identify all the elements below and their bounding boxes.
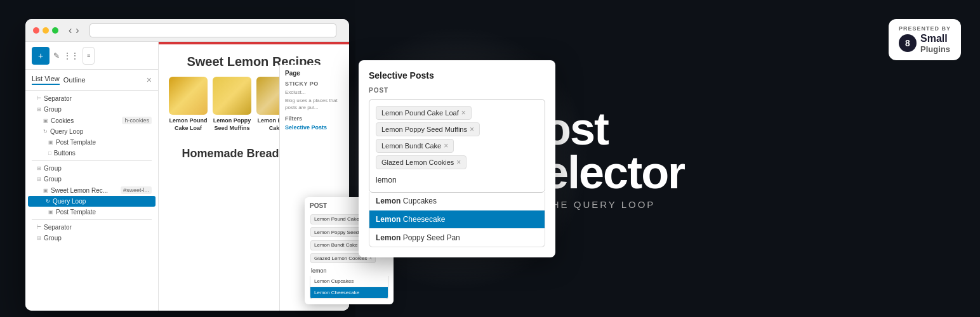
dropdown-item-cheesecake[interactable]: Lemon Cheesecake (369, 210, 545, 229)
sidebar-item-separator2[interactable]: ⊢ Separator (25, 222, 158, 233)
sidebar-item-sweet-lemon[interactable]: ▣ Sweet Lemon Rec... #sweet-l... (25, 184, 158, 196)
sidebar-item-label: Group (44, 106, 62, 113)
sweet-badge: #sweet-l... (121, 186, 152, 194)
tag-chip-1: Lemon Pound Cake Loaf × (376, 106, 472, 120)
highlight-lemon1: Lemon (376, 197, 401, 205)
rest-text-1: Cupcakes (401, 197, 437, 205)
sep2-icon: ⊢ (37, 224, 41, 230)
recipe-label-2: Lemon Poppy Seed Muffins (213, 117, 251, 132)
tag-glazed-lemon: Glazed Lemon Cookies × (374, 154, 540, 171)
dropdown-item-cupcakes[interactable]: Lemon Cupcakes (369, 192, 545, 210)
sidebar-item-label: Cookies (51, 117, 74, 124)
sidebar-item-label: Group (44, 165, 62, 172)
template-icon: ▣ (48, 139, 53, 145)
recipe-card-1: Lemon Pound Cake Loaf (169, 77, 208, 139)
sidebar-item-group4[interactable]: ⊞ Group (25, 233, 158, 243)
cursor-icon: ✎ (53, 51, 60, 60)
sidebar-item-cookies[interactable]: ▣ Cookies h-cookies (25, 115, 158, 126)
wp-editor: + ✎ ⋮⋮ ≡ List View Outline × ⊢ Separat (25, 42, 349, 311)
panel-title: Selective Posts (369, 70, 545, 81)
sweet-icon: ▣ (43, 188, 48, 193)
sidebar-item-label: Separator (44, 224, 72, 231)
browser-nav: ‹ › (69, 25, 79, 36)
template2-icon: ▣ (48, 209, 53, 215)
company-name-line2: Plugins (920, 44, 950, 54)
popup-container: Selective Posts POST Lemon Pound Cake Lo… (359, 60, 555, 257)
company-name-line1: Small (920, 33, 950, 44)
close-dot[interactable] (33, 27, 39, 34)
sidebar-tabs: List View Outline × (25, 70, 158, 91)
tag-lemon-pound: Lemon Pound Cake Loaf × (374, 105, 540, 121)
sidebar-item-query-loop1[interactable]: ↻ Query Loop (25, 126, 158, 137)
chip-label-2: Lemon Poppy Seed Muffins (381, 126, 467, 133)
tag-chip-3: Lemon Bundt Cake × (376, 139, 454, 153)
sidebar-toolbar: + ✎ ⋮⋮ ≡ (25, 42, 158, 70)
add-block-button[interactable]: + (32, 47, 50, 65)
cookies-badge: h-cookies (122, 117, 152, 124)
sidebar-item-label: Query Loop (53, 198, 86, 205)
svg-text:8: 8 (905, 38, 910, 48)
highlight-lemon3: Lemon (376, 233, 401, 242)
presented-label: PRESENTED BY (899, 25, 951, 32)
browser-toolbar: ‹ › (25, 19, 349, 42)
buttons-icon: □ (48, 150, 51, 156)
sidebar-item-separator1[interactable]: ⊢ Separator (25, 93, 158, 104)
separator-icon: ⊢ (37, 96, 41, 101)
chip-remove-2[interactable]: × (470, 125, 474, 134)
chip-remove-3[interactable]: × (444, 141, 448, 150)
presented-by-content: PRESENTED BY 8 Small Plugins (899, 25, 951, 54)
sidebar-item-group2[interactable]: ⊞ Group (25, 163, 158, 174)
highlight-lemon2: Lemon (376, 215, 401, 224)
sidebar-item-label: Post Template (56, 139, 96, 146)
sidebar-items-list: ⊢ Separator ⊞ Group ▣ Cookies h-cookies … (25, 91, 158, 246)
chip-remove-4[interactable]: × (456, 158, 461, 167)
tab-outline[interactable]: Outline (63, 76, 86, 84)
recipe-image-1 (169, 77, 208, 115)
selected-posts-box[interactable]: Lemon Pound Cake Loaf × Lemon Poppy Seed… (369, 99, 545, 193)
forward-icon[interactable]: › (76, 25, 79, 36)
chip-remove-1[interactable]: × (461, 108, 466, 117)
presented-by-badge: PRESENTED BY 8 Small Plugins (889, 19, 961, 60)
chip-label-3: Lemon Bundt Cake (381, 142, 441, 150)
editor-section: ‹ › + ✎ ⋮⋮ ≡ List View Outline (0, 0, 355, 317)
sidebar-item-buttons[interactable]: □ Buttons (25, 148, 158, 158)
sidebar-item-label: Group (44, 235, 62, 242)
rest-text-2: Cheesecake (401, 215, 445, 224)
group2-icon: ⊞ (37, 165, 41, 171)
url-bar[interactable] (89, 23, 336, 37)
dropdown-item-poppy-pan[interactable]: Lemon Poppy Seed Pan (369, 229, 545, 247)
tab-list-view[interactable]: List View (32, 75, 60, 85)
group4-icon: ⊞ (37, 235, 41, 241)
browser-window: ‹ › + ✎ ⋮⋮ ≡ List View Outline (25, 19, 349, 311)
group-icon: ⊞ (37, 107, 41, 112)
sidebar-item-label: Buttons (54, 150, 76, 157)
sidebar-item-query-loop2[interactable]: ↻ Query Loop (28, 196, 156, 207)
back-icon[interactable]: ‹ (69, 25, 72, 36)
query2-icon: ↻ (46, 198, 50, 204)
sidebar-item-post-template2[interactable]: ▣ Post Template (25, 207, 158, 217)
sidebar-item-group1[interactable]: ⊞ Group (25, 104, 158, 115)
recipe-card-2: Lemon Poppy Seed Muffins (213, 77, 251, 139)
tag-chip-4: Glazed Lemon Cookies × (376, 155, 467, 169)
list-view-button[interactable]: ≡ (83, 47, 95, 65)
sidebar-item-post-template1[interactable]: ▣ Post Template (25, 137, 158, 148)
sidebar-divider2 (32, 219, 152, 220)
query-icon: ↻ (43, 129, 48, 134)
chip-label-1: Lemon Pound Cake Loaf (381, 109, 459, 117)
sidebar-divider1 (32, 160, 152, 161)
sidebar-item-label: Group (44, 176, 62, 183)
block-icon: ▣ (43, 118, 48, 124)
sidebar-close-button[interactable]: × (147, 75, 152, 85)
rest-text-3: Poppy Seed Pan (401, 233, 460, 242)
tag-lemon-poppy: Lemon Poppy Seed Muffins × (374, 121, 540, 138)
sidebar-item-label: Post Template (56, 209, 96, 216)
recipe-image-2 (213, 77, 251, 115)
search-input[interactable] (374, 173, 540, 187)
sidebar-item-label: Query Loop (50, 128, 83, 135)
chip-label-4: Glazed Lemon Cookies (381, 158, 454, 166)
selective-posts-panel: Selective Posts POST Lemon Pound Cake Lo… (359, 60, 555, 257)
sidebar-item-group3[interactable]: ⊞ Group (25, 174, 158, 184)
minimize-dot[interactable] (43, 27, 49, 34)
maximize-dot[interactable] (52, 27, 58, 34)
sidebar-item-label: Separator (44, 95, 72, 102)
